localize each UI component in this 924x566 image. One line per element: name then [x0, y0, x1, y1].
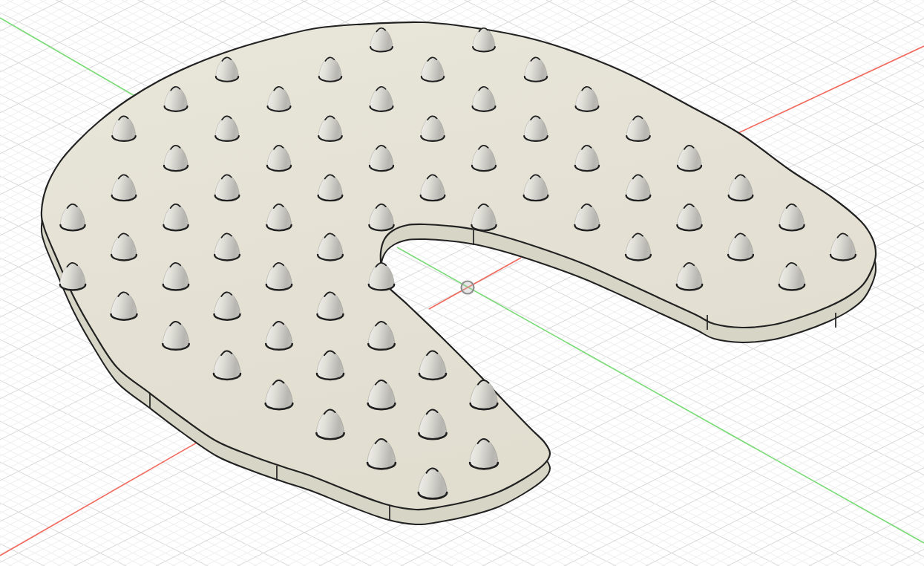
- scene-canvas[interactable]: [0, 0, 924, 566]
- origin-marker[interactable]: [462, 282, 474, 294]
- cad-viewport-3d[interactable]: [0, 0, 924, 566]
